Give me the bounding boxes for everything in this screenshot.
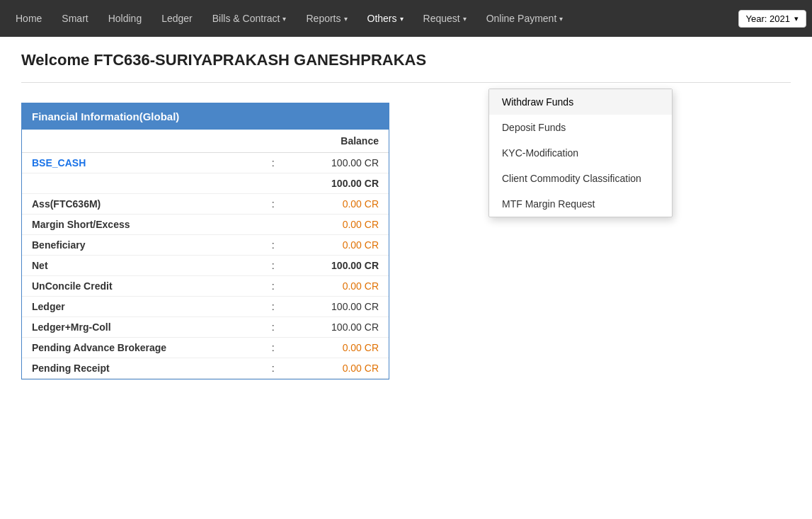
reports-arrow: ▾: [344, 15, 348, 23]
row-colon: :: [262, 153, 285, 173]
row-colon: :: [262, 338, 285, 358]
dropdown-item-client-commodity-classification[interactable]: Client Commodity Classification: [489, 166, 672, 191]
table-row: Pending Receipt:0.00 CR: [22, 358, 389, 379]
row-colon: :: [262, 358, 285, 379]
row-value: 100.00 CR: [285, 153, 389, 173]
nav-home[interactable]: Home: [6, 0, 52, 37]
nav-reports[interactable]: Reports ▾: [296, 0, 357, 37]
table-row: Ledger+Mrg-Coll:100.00 CR: [22, 317, 389, 338]
table-row: Beneficiary:0.00 CR: [22, 235, 389, 256]
table-row: BSE_CASH:100.00 CR: [22, 153, 389, 173]
nav-bills-contract[interactable]: Bills & Contract ▾: [202, 0, 297, 37]
financial-table-header: Financial Information(Global): [22, 103, 389, 130]
nav-others[interactable]: Others ▾: [358, 0, 413, 37]
row-value: 100.00 CR: [285, 317, 389, 338]
row-label: Ledger: [22, 297, 262, 317]
row-colon: [262, 215, 285, 235]
nav-smart[interactable]: Smart: [52, 0, 98, 37]
dropdown-item-deposit-funds[interactable]: Deposit Funds: [489, 115, 672, 140]
table-row: Margin Short/Excess0.00 CR: [22, 215, 389, 235]
row-colon: :: [262, 194, 285, 215]
row-colon: :: [262, 297, 285, 317]
row-colon: :: [262, 317, 285, 338]
bills-contract-arrow: ▾: [282, 15, 286, 23]
others-dropdown-menu: Withdraw FundsDeposit FundsKYC-Modificat…: [488, 89, 673, 217]
row-colon: :: [262, 276, 285, 297]
col-balance: Balance: [285, 130, 389, 153]
row-label: Net: [22, 256, 262, 276]
dropdown-item-mtf-margin-request[interactable]: MTF Margin Request: [489, 191, 672, 217]
online-payment-arrow: ▾: [559, 15, 563, 23]
row-value: 0.00 CR: [285, 194, 389, 215]
nav-holding[interactable]: Holding: [98, 0, 151, 37]
row-value: 0.00 CR: [285, 276, 389, 297]
row-label: UnConcile Credit: [22, 276, 262, 297]
year-arrow: ▾: [794, 14, 799, 23]
table-row: Pending Advance Brokerage:0.00 CR: [22, 338, 389, 358]
welcome-text: Welcome FTC636-SURIYAPRAKASH GANESHPRAKA…: [0, 37, 812, 76]
financial-table: Balance BSE_CASH:100.00 CR100.00 CRAss(F…: [22, 130, 389, 379]
table-row: Ledger:100.00 CR: [22, 297, 389, 317]
dropdown-item-withdraw-funds[interactable]: Withdraw Funds: [489, 89, 672, 115]
financial-table-wrapper: Financial Information(Global) Balance BS…: [21, 103, 389, 380]
row-value: 0.00 CR: [285, 215, 389, 235]
row-colon: :: [262, 256, 285, 276]
dropdown-item-kyc-modification[interactable]: KYC-Modification: [489, 140, 672, 166]
row-value: 100.00 CR: [285, 297, 389, 317]
table-row: Ass(FTC636M):0.00 CR: [22, 194, 389, 215]
row-value: 0.00 CR: [285, 358, 389, 379]
row-colon: [262, 173, 285, 194]
navbar: Home Smart Holding Ledger Bills & Contra…: [0, 0, 812, 37]
row-label: Beneficiary: [22, 235, 262, 256]
main-content: Financial Information(Global) Balance BS…: [0, 89, 812, 394]
table-row: Net:100.00 CR: [22, 256, 389, 276]
col-label: [22, 130, 262, 153]
row-label: Ass(FTC636M): [22, 194, 262, 215]
row-value: 100.00 CR: [285, 173, 389, 194]
row-label: Pending Advance Brokerage: [22, 338, 262, 358]
row-value: 100.00 CR: [285, 256, 389, 276]
request-arrow: ▾: [463, 15, 467, 23]
col-colon: [262, 130, 285, 153]
row-label: Margin Short/Excess: [22, 215, 262, 235]
row-label: Pending Receipt: [22, 358, 262, 379]
row-value: 0.00 CR: [285, 235, 389, 256]
row-value: 0.00 CR: [285, 338, 389, 358]
row-label: Ledger+Mrg-Coll: [22, 317, 262, 338]
year-selector[interactable]: Year: 2021 ▾: [738, 10, 806, 28]
others-arrow: ▾: [400, 15, 404, 23]
nav-online-payment[interactable]: Online Payment ▾: [476, 0, 573, 37]
row-colon: :: [262, 235, 285, 256]
nav-request[interactable]: Request ▾: [413, 0, 476, 37]
table-row: UnConcile Credit:0.00 CR: [22, 276, 389, 297]
table-row: 100.00 CR: [22, 173, 389, 194]
row-label: [22, 173, 262, 194]
nav-ledger[interactable]: Ledger: [151, 0, 202, 37]
divider: [21, 82, 791, 83]
row-label[interactable]: BSE_CASH: [22, 153, 262, 173]
